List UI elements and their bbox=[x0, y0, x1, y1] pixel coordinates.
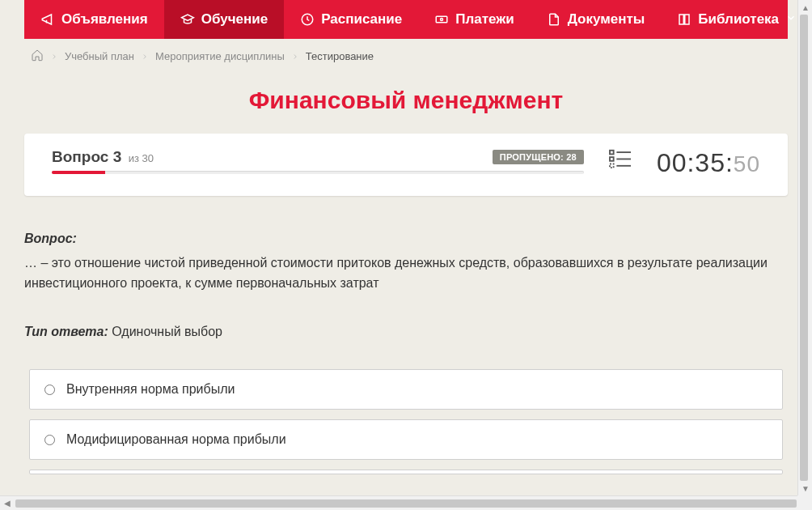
nav-label: Расписание bbox=[321, 11, 402, 28]
question-text: … – это отношение чистой приведенной сто… bbox=[24, 253, 788, 294]
megaphone-icon bbox=[40, 12, 55, 27]
money-icon bbox=[434, 12, 449, 27]
vertical-scrollbar[interactable]: ▲ ▼ bbox=[797, 0, 812, 495]
svg-rect-1 bbox=[436, 16, 447, 23]
home-icon[interactable] bbox=[31, 49, 44, 64]
scroll-thumb[interactable] bbox=[800, 15, 808, 481]
answer-option[interactable]: Внутренняя норма прибыли bbox=[29, 369, 783, 410]
svg-rect-3 bbox=[610, 151, 614, 155]
question-panel: Вопрос 3 из 30 ПРОПУЩЕНО: 28 00:35:50 bbox=[24, 134, 788, 196]
nav-label: Обучение bbox=[201, 11, 268, 28]
answer-text: Модифицированная норма прибыли bbox=[66, 432, 286, 447]
progress-bar bbox=[52, 171, 584, 174]
scroll-up-arrow[interactable]: ▲ bbox=[798, 0, 812, 15]
question-list-icon[interactable] bbox=[608, 148, 632, 169]
nav-library[interactable]: Библиотека bbox=[661, 0, 812, 39]
chevron-right-icon bbox=[50, 53, 58, 61]
nav-label: Библиотека bbox=[698, 11, 779, 28]
chevron-right-icon bbox=[291, 53, 299, 61]
question-label: Вопрос: bbox=[24, 228, 788, 249]
timer-min: 00 bbox=[657, 148, 687, 178]
nav-label: Документы bbox=[568, 11, 645, 28]
answer-option-partial[interactable] bbox=[29, 470, 783, 474]
chevron-right-icon bbox=[141, 53, 149, 61]
answer-option[interactable]: Модифицированная норма прибыли bbox=[29, 419, 783, 460]
breadcrumb-current: Тестирование bbox=[306, 50, 374, 62]
panel-left: Вопрос 3 из 30 ПРОПУЩЕНО: 28 bbox=[52, 148, 584, 174]
file-icon bbox=[547, 12, 561, 27]
nav-learning[interactable]: Обучение bbox=[164, 0, 284, 39]
svg-rect-5 bbox=[610, 157, 614, 161]
timer: 00:35:50 bbox=[657, 148, 760, 178]
nav-label: Платежи bbox=[455, 11, 514, 28]
answer-text: Внутренняя норма прибыли bbox=[66, 382, 235, 397]
timer-ms: 50 bbox=[734, 151, 760, 177]
question-number: Вопрос 3 из 30 bbox=[52, 148, 154, 166]
skipped-badge: ПРОПУЩЕНО: 28 bbox=[493, 150, 584, 164]
question-body: Вопрос: … – это отношение чистой приведе… bbox=[24, 228, 788, 342]
answer-radio[interactable] bbox=[44, 435, 55, 445]
answer-type-label: Тип ответа: bbox=[24, 325, 108, 338]
svg-rect-7 bbox=[610, 164, 614, 168]
graduation-cap-icon bbox=[180, 12, 195, 27]
clock-icon bbox=[300, 12, 315, 27]
breadcrumb-link[interactable]: Мероприятие дисциплины bbox=[155, 50, 285, 62]
nav-documents[interactable]: Документы bbox=[531, 0, 662, 39]
answer-type-row: Тип ответа: Одиночный выбор bbox=[24, 321, 788, 342]
nav-payments[interactable]: Платежи bbox=[418, 0, 531, 39]
top-nav: Объявления Обучение Расписание Платежи Д… bbox=[24, 0, 788, 39]
answer-radio[interactable] bbox=[44, 385, 55, 395]
nav-announcements[interactable]: Объявления bbox=[24, 0, 164, 39]
answer-type-value: Одиночный выбор bbox=[112, 325, 222, 338]
page-title: Финансовый менеджмент bbox=[0, 87, 812, 114]
progress-fill bbox=[52, 171, 105, 174]
timer-sec: 35 bbox=[695, 148, 725, 178]
scroll-down-arrow[interactable]: ▼ bbox=[798, 481, 812, 495]
breadcrumb: Учебный план Мероприятие дисциплины Тест… bbox=[0, 39, 812, 70]
answer-list: Внутренняя норма прибыли Модифицированна… bbox=[29, 369, 783, 474]
nav-label: Объявления bbox=[61, 11, 148, 28]
svg-point-2 bbox=[441, 19, 443, 21]
book-icon bbox=[677, 12, 691, 27]
breadcrumb-link[interactable]: Учебный план bbox=[65, 50, 134, 62]
nav-schedule[interactable]: Расписание bbox=[284, 0, 418, 39]
chevron-down-icon bbox=[785, 11, 797, 28]
